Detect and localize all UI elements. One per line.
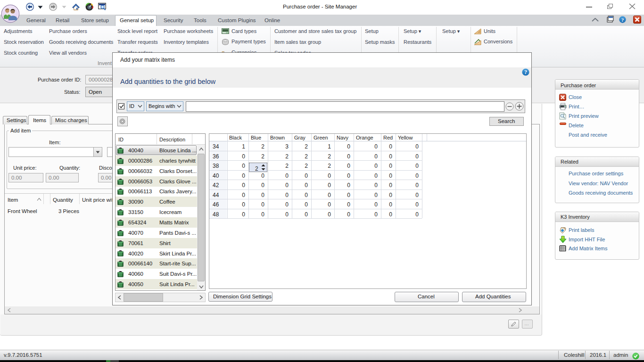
svg-text:?: ?: [621, 17, 624, 23]
svg-text:?: ?: [524, 69, 527, 75]
